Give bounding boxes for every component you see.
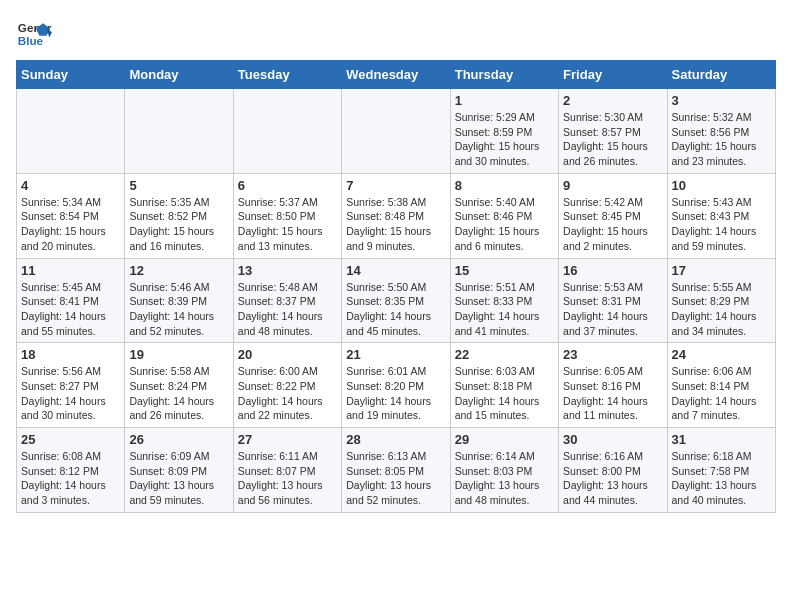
calendar-cell: 27Sunrise: 6:11 AMSunset: 8:07 PMDayligh… <box>233 428 341 513</box>
day-info: Sunrise: 5:46 AMSunset: 8:39 PMDaylight:… <box>129 280 228 339</box>
day-info: Sunrise: 5:45 AMSunset: 8:41 PMDaylight:… <box>21 280 120 339</box>
day-number: 6 <box>238 178 337 193</box>
day-info: Sunrise: 6:05 AMSunset: 8:16 PMDaylight:… <box>563 364 662 423</box>
calendar-cell: 29Sunrise: 6:14 AMSunset: 8:03 PMDayligh… <box>450 428 558 513</box>
day-info: Sunrise: 5:42 AMSunset: 8:45 PMDaylight:… <box>563 195 662 254</box>
day-number: 7 <box>346 178 445 193</box>
calendar-cell: 24Sunrise: 6:06 AMSunset: 8:14 PMDayligh… <box>667 343 775 428</box>
calendar-cell <box>233 89 341 174</box>
day-info: Sunrise: 6:00 AMSunset: 8:22 PMDaylight:… <box>238 364 337 423</box>
calendar-cell: 11Sunrise: 5:45 AMSunset: 8:41 PMDayligh… <box>17 258 125 343</box>
day-number: 18 <box>21 347 120 362</box>
weekday-header: Saturday <box>667 61 775 89</box>
day-number: 9 <box>563 178 662 193</box>
day-info: Sunrise: 5:38 AMSunset: 8:48 PMDaylight:… <box>346 195 445 254</box>
calendar-cell: 12Sunrise: 5:46 AMSunset: 8:39 PMDayligh… <box>125 258 233 343</box>
day-info: Sunrise: 5:48 AMSunset: 8:37 PMDaylight:… <box>238 280 337 339</box>
day-info: Sunrise: 5:40 AMSunset: 8:46 PMDaylight:… <box>455 195 554 254</box>
day-number: 27 <box>238 432 337 447</box>
day-info: Sunrise: 6:11 AMSunset: 8:07 PMDaylight:… <box>238 449 337 508</box>
calendar-cell: 7Sunrise: 5:38 AMSunset: 8:48 PMDaylight… <box>342 173 450 258</box>
calendar-cell: 4Sunrise: 5:34 AMSunset: 8:54 PMDaylight… <box>17 173 125 258</box>
calendar-cell: 6Sunrise: 5:37 AMSunset: 8:50 PMDaylight… <box>233 173 341 258</box>
calendar-cell: 3Sunrise: 5:32 AMSunset: 8:56 PMDaylight… <box>667 89 775 174</box>
day-info: Sunrise: 6:08 AMSunset: 8:12 PMDaylight:… <box>21 449 120 508</box>
calendar-cell: 8Sunrise: 5:40 AMSunset: 8:46 PMDaylight… <box>450 173 558 258</box>
day-info: Sunrise: 6:09 AMSunset: 8:09 PMDaylight:… <box>129 449 228 508</box>
day-number: 1 <box>455 93 554 108</box>
calendar-cell: 14Sunrise: 5:50 AMSunset: 8:35 PMDayligh… <box>342 258 450 343</box>
day-info: Sunrise: 5:37 AMSunset: 8:50 PMDaylight:… <box>238 195 337 254</box>
calendar-week-row: 1Sunrise: 5:29 AMSunset: 8:59 PMDaylight… <box>17 89 776 174</box>
calendar-cell <box>342 89 450 174</box>
calendar-cell: 19Sunrise: 5:58 AMSunset: 8:24 PMDayligh… <box>125 343 233 428</box>
weekday-header: Sunday <box>17 61 125 89</box>
weekday-header: Monday <box>125 61 233 89</box>
day-number: 23 <box>563 347 662 362</box>
calendar-week-row: 11Sunrise: 5:45 AMSunset: 8:41 PMDayligh… <box>17 258 776 343</box>
logo: General Blue <box>16 16 58 52</box>
day-number: 16 <box>563 263 662 278</box>
calendar-cell: 31Sunrise: 6:18 AMSunset: 7:58 PMDayligh… <box>667 428 775 513</box>
day-number: 13 <box>238 263 337 278</box>
day-info: Sunrise: 5:58 AMSunset: 8:24 PMDaylight:… <box>129 364 228 423</box>
calendar-week-row: 18Sunrise: 5:56 AMSunset: 8:27 PMDayligh… <box>17 343 776 428</box>
day-info: Sunrise: 5:34 AMSunset: 8:54 PMDaylight:… <box>21 195 120 254</box>
weekday-header: Tuesday <box>233 61 341 89</box>
day-number: 17 <box>672 263 771 278</box>
day-info: Sunrise: 5:51 AMSunset: 8:33 PMDaylight:… <box>455 280 554 339</box>
day-info: Sunrise: 6:13 AMSunset: 8:05 PMDaylight:… <box>346 449 445 508</box>
day-number: 14 <box>346 263 445 278</box>
calendar-week-row: 25Sunrise: 6:08 AMSunset: 8:12 PMDayligh… <box>17 428 776 513</box>
day-number: 26 <box>129 432 228 447</box>
calendar-cell: 20Sunrise: 6:00 AMSunset: 8:22 PMDayligh… <box>233 343 341 428</box>
day-number: 29 <box>455 432 554 447</box>
calendar-cell: 22Sunrise: 6:03 AMSunset: 8:18 PMDayligh… <box>450 343 558 428</box>
calendar-cell: 21Sunrise: 6:01 AMSunset: 8:20 PMDayligh… <box>342 343 450 428</box>
day-info: Sunrise: 5:35 AMSunset: 8:52 PMDaylight:… <box>129 195 228 254</box>
day-info: Sunrise: 5:30 AMSunset: 8:57 PMDaylight:… <box>563 110 662 169</box>
day-number: 3 <box>672 93 771 108</box>
day-number: 20 <box>238 347 337 362</box>
day-number: 25 <box>21 432 120 447</box>
day-number: 11 <box>21 263 120 278</box>
calendar-cell: 23Sunrise: 6:05 AMSunset: 8:16 PMDayligh… <box>559 343 667 428</box>
day-number: 8 <box>455 178 554 193</box>
calendar-cell <box>17 89 125 174</box>
day-info: Sunrise: 6:06 AMSunset: 8:14 PMDaylight:… <box>672 364 771 423</box>
calendar-cell: 30Sunrise: 6:16 AMSunset: 8:00 PMDayligh… <box>559 428 667 513</box>
day-number: 22 <box>455 347 554 362</box>
day-info: Sunrise: 6:16 AMSunset: 8:00 PMDaylight:… <box>563 449 662 508</box>
calendar-cell: 13Sunrise: 5:48 AMSunset: 8:37 PMDayligh… <box>233 258 341 343</box>
calendar-cell: 5Sunrise: 5:35 AMSunset: 8:52 PMDaylight… <box>125 173 233 258</box>
day-number: 10 <box>672 178 771 193</box>
day-info: Sunrise: 5:56 AMSunset: 8:27 PMDaylight:… <box>21 364 120 423</box>
day-number: 5 <box>129 178 228 193</box>
day-info: Sunrise: 6:14 AMSunset: 8:03 PMDaylight:… <box>455 449 554 508</box>
logo-icon: General Blue <box>16 16 52 52</box>
weekday-header: Thursday <box>450 61 558 89</box>
day-info: Sunrise: 5:43 AMSunset: 8:43 PMDaylight:… <box>672 195 771 254</box>
day-number: 21 <box>346 347 445 362</box>
day-number: 31 <box>672 432 771 447</box>
day-info: Sunrise: 5:55 AMSunset: 8:29 PMDaylight:… <box>672 280 771 339</box>
weekday-header-row: SundayMondayTuesdayWednesdayThursdayFrid… <box>17 61 776 89</box>
calendar-cell: 25Sunrise: 6:08 AMSunset: 8:12 PMDayligh… <box>17 428 125 513</box>
calendar-table: SundayMondayTuesdayWednesdayThursdayFrid… <box>16 60 776 513</box>
weekday-header: Wednesday <box>342 61 450 89</box>
day-info: Sunrise: 6:03 AMSunset: 8:18 PMDaylight:… <box>455 364 554 423</box>
calendar-cell: 1Sunrise: 5:29 AMSunset: 8:59 PMDaylight… <box>450 89 558 174</box>
day-number: 2 <box>563 93 662 108</box>
calendar-cell: 26Sunrise: 6:09 AMSunset: 8:09 PMDayligh… <box>125 428 233 513</box>
day-number: 24 <box>672 347 771 362</box>
day-info: Sunrise: 5:29 AMSunset: 8:59 PMDaylight:… <box>455 110 554 169</box>
calendar-cell: 28Sunrise: 6:13 AMSunset: 8:05 PMDayligh… <box>342 428 450 513</box>
calendar-cell: 9Sunrise: 5:42 AMSunset: 8:45 PMDaylight… <box>559 173 667 258</box>
calendar-cell: 16Sunrise: 5:53 AMSunset: 8:31 PMDayligh… <box>559 258 667 343</box>
calendar-cell: 17Sunrise: 5:55 AMSunset: 8:29 PMDayligh… <box>667 258 775 343</box>
day-number: 12 <box>129 263 228 278</box>
calendar-cell: 10Sunrise: 5:43 AMSunset: 8:43 PMDayligh… <box>667 173 775 258</box>
day-info: Sunrise: 6:01 AMSunset: 8:20 PMDaylight:… <box>346 364 445 423</box>
header: General Blue <box>16 16 776 52</box>
day-number: 28 <box>346 432 445 447</box>
